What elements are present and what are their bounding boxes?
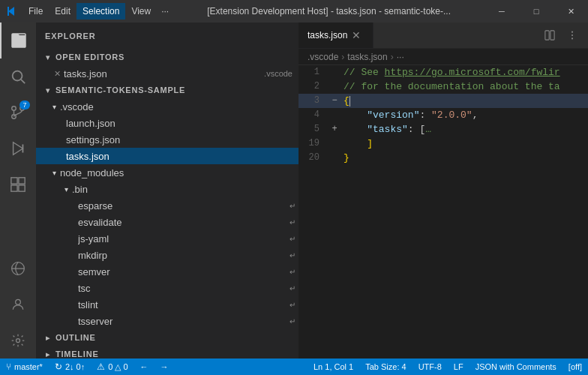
close-button[interactable]: ✕ [554,0,588,22]
activitybar-run[interactable] [0,130,36,166]
window-controls: ─ □ ✕ [484,0,588,22]
sidebar-title: Explorer [36,22,298,49]
activitybar-settings[interactable] [0,322,36,358]
encoding-label: UTF-8 [418,362,442,371]
bin-item-tslint[interactable]: tslint ↵ [36,296,298,313]
line-number-4: 4 [298,108,328,122]
chevron-vscode-icon: ▾ [48,100,60,112]
more-actions-button[interactable] [562,27,582,44]
statusbar-feedback[interactable]: [off] [562,358,588,375]
section-semantic-tokens[interactable]: ▾ Semantic-Tokens-Sample [36,82,298,98]
statusbar-nav-back[interactable]: ← [134,358,154,375]
launch-json-label: launch.json [66,118,298,129]
line-number-1: 1 [298,65,328,80]
folder-node-modules[interactable]: ▾ node_modules [36,164,298,181]
svg-rect-8 [11,178,17,184]
line-content-20: } [340,151,350,165]
esvalidate-label: esvalidate [78,217,290,228]
code-editor[interactable]: 1 // See https://go.microsoft.com/fwlir … [298,65,588,358]
folder-vscode[interactable]: ▾ .vscode [36,98,298,115]
statusbar-errors-label: 0 △ 0 [108,362,128,372]
section-outline[interactable]: ▸ Outline [36,329,298,346]
section-open-editors[interactable]: ▾ Open Editors [36,49,298,65]
code-line-5: 5 + "tasks": [… [298,122,588,136]
tab-tasks-json[interactable]: tasks.json ✕ [298,22,374,48]
nav-fwd-label: → [160,362,169,371]
semver-label: semver [78,266,290,278]
chevron-timeline-icon: ▸ [42,348,54,358]
activitybar-explorer[interactable] [0,22,36,58]
close-icon[interactable]: ✕ [54,69,61,79]
line-gutter-5[interactable]: + [328,122,340,136]
svg-rect-11 [19,185,25,191]
esvalidate-arrow-icon: ↵ [290,218,298,226]
bin-item-esvalidate[interactable]: esvalidate ↵ [36,214,298,230]
branch-icon: ⑂ [6,362,11,372]
svg-marker-6 [14,142,23,155]
svg-point-13 [16,339,20,343]
chevron-outline-icon: ▸ [42,332,54,344]
tsserver-arrow-icon: ↵ [290,317,298,326]
folder-bin[interactable]: ▾ .bin [36,181,298,197]
activitybar-bottom [0,250,36,358]
statusbar-language[interactable]: JSON with Comments [470,358,562,375]
tab-tasks-json-label: tasks.json [308,30,347,40]
file-launch-json[interactable]: launch.json [36,115,298,131]
bin-item-js-yaml[interactable]: js-yaml ↵ [36,230,298,247]
bin-item-tsserver[interactable]: tsserver ↵ [36,313,298,329]
activitybar-extensions[interactable] [0,166,36,202]
statusbar-branch[interactable]: ⑂ master* [0,358,49,375]
statusbar-position[interactable]: Ln 1, Col 1 [308,358,359,375]
file-settings-json[interactable]: settings.json [36,131,298,148]
statusbar-branch-label: master* [14,362,43,371]
minimize-button[interactable]: ─ [484,0,519,22]
activitybar-remote[interactable] [0,250,36,286]
statusbar-sync[interactable]: ↻ 2↓ 0↑ [49,358,91,375]
menu-edit[interactable]: Edit [49,3,76,20]
statusbar-eol[interactable]: LF [448,358,470,375]
menu-file[interactable]: File [22,3,49,20]
breadcrumb-file[interactable]: tasks.json [347,52,387,62]
activitybar-account[interactable] [0,286,36,322]
position-label: Ln 1, Col 1 [314,362,353,371]
chevron-bin-icon: ▾ [60,183,72,195]
menu-more[interactable]: ··· [157,3,173,20]
bin-item-mkdirp[interactable]: mkdirp ↵ [36,247,298,263]
tab-close-icon[interactable]: ✕ [352,30,361,40]
line-number-5: 5 [298,122,328,136]
activitybar-search[interactable] [0,58,36,94]
statusbar-nav-fwd[interactable]: → [154,358,175,375]
menu-selection[interactable]: Selection [76,3,125,20]
code-line-4: 4 "version": "2.0.0", [298,108,588,122]
chevron-semantic-tokens: ▾ [42,84,54,96]
section-semantic-label: Semantic-Tokens-Sample [56,86,185,94]
statusbar-sync-label: 2↓ 0↑ [65,362,85,371]
menu-view[interactable]: View [125,3,157,20]
statusbar-encoding[interactable]: UTF-8 [412,358,448,375]
bin-item-esparse[interactable]: esparse ↵ [36,197,298,214]
line-gutter-3[interactable]: − [328,94,340,108]
chevron-open-editors: ▾ [42,51,54,63]
breadcrumb-more[interactable]: ··· [397,52,404,62]
open-editor-tasks-json[interactable]: ✕ tasks.json .vscode [36,65,298,82]
svg-point-12 [16,299,21,304]
folder-vscode-label: .vscode [60,101,298,112]
tsc-arrow-icon: ↵ [290,284,298,292]
breadcrumb-vscode[interactable]: .vscode [308,52,338,62]
bin-item-semver[interactable]: semver ↵ [36,263,298,280]
svg-rect-14 [545,31,549,40]
section-timeline[interactable]: ▸ Timeline [36,346,298,358]
sidebar-content[interactable]: ▾ Open Editors ✕ tasks.json .vscode ▾ Se… [36,49,298,358]
activitybar-scm[interactable]: 7 [0,94,36,130]
statusbar-errors[interactable]: ⚠ 0 △ 0 [91,358,134,375]
code-line-3: 3 − { [298,94,588,108]
open-editor-suffix: .vscode [264,69,298,78]
chevron-node-modules-icon: ▾ [48,166,60,178]
maximize-button[interactable]: □ [519,0,554,22]
language-label: JSON with Comments [476,362,556,371]
file-tasks-json[interactable]: tasks.json [36,148,298,164]
bin-item-tsc[interactable]: tsc ↵ [36,280,298,296]
svg-rect-15 [550,31,554,40]
statusbar-tabsize[interactable]: Tab Size: 4 [359,358,412,375]
split-editor-button[interactable] [540,27,560,44]
